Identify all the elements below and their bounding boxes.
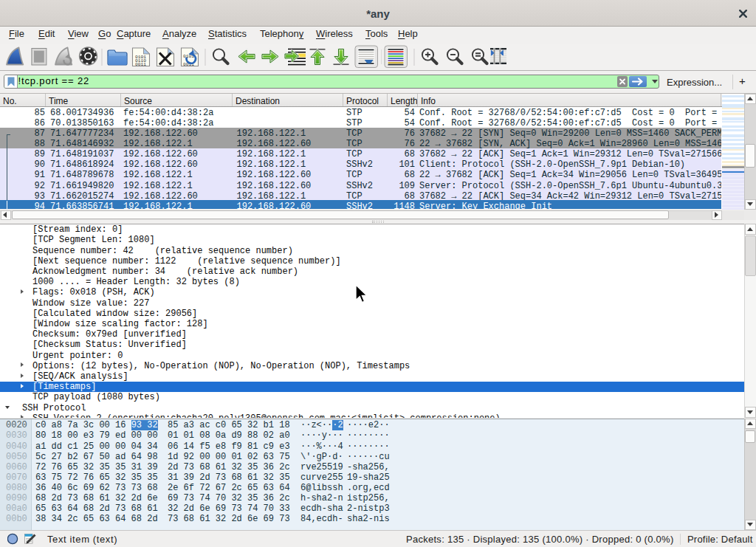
svg-text:0011: 0011: [135, 62, 146, 67]
